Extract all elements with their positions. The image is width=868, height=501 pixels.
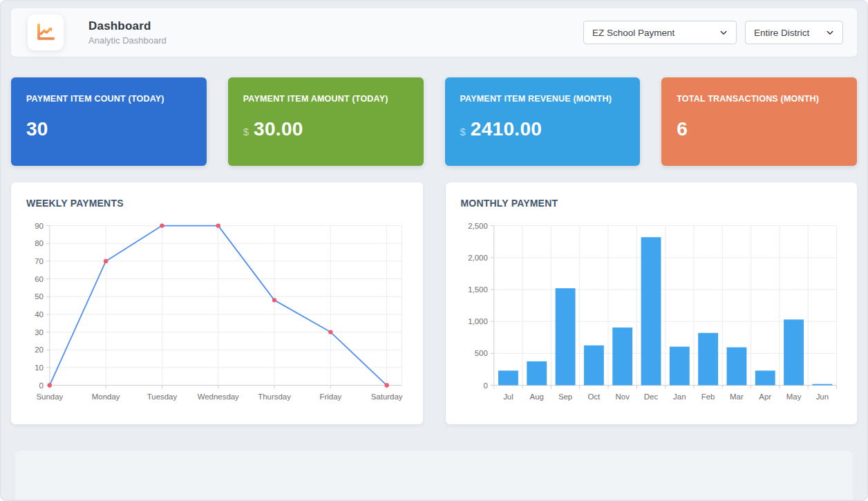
- svg-text:1,000: 1,000: [468, 317, 488, 325]
- svg-text:Thursday: Thursday: [258, 393, 291, 401]
- svg-text:90: 90: [35, 222, 44, 230]
- stat-card-payment-item-revenue: PAYMENT ITEM REVENUE (MONTH) $ 2410.00: [445, 77, 641, 166]
- svg-text:Sep: Sep: [558, 393, 572, 401]
- chevron-down-icon: [826, 28, 834, 37]
- payment-type-select[interactable]: EZ School Payment: [583, 21, 737, 44]
- svg-text:10: 10: [35, 363, 44, 372]
- svg-text:Monday: Monday: [92, 393, 120, 401]
- payment-type-select-value: EZ School Payment: [592, 28, 713, 38]
- page-title: Dashboard: [88, 19, 167, 33]
- svg-text:2,500: 2,500: [468, 222, 488, 230]
- svg-text:Nov: Nov: [615, 393, 630, 401]
- stat-card-payment-item-count: PAYMENT ITEM COUNT (TODAY) 30: [11, 77, 207, 166]
- chart-title: MONTHLY PAYMENT: [461, 198, 842, 209]
- svg-text:70: 70: [35, 257, 44, 265]
- svg-text:Apr: Apr: [759, 393, 771, 401]
- trend-chart-icon: [35, 22, 56, 43]
- svg-text:Tuesday: Tuesday: [147, 393, 178, 401]
- stat-value: 2410.00: [471, 118, 542, 140]
- svg-text:80: 80: [35, 239, 44, 247]
- dashboard-icon-box: [28, 15, 64, 50]
- stat-label: PAYMENT ITEM AMOUNT (TODAY): [243, 94, 408, 104]
- stat-card-payment-item-amount: PAYMENT ITEM AMOUNT (TODAY) $ 30.00: [228, 77, 424, 166]
- weekly-payments-chart[interactable]: 0102030405060708090SundayMondayTuesdayWe…: [26, 216, 408, 417]
- bottom-panel: [15, 451, 853, 501]
- svg-text:May: May: [786, 393, 801, 401]
- svg-text:Mar: Mar: [730, 393, 744, 401]
- svg-text:40: 40: [35, 310, 44, 319]
- svg-text:Feb: Feb: [701, 393, 715, 401]
- svg-text:Sunday: Sunday: [36, 393, 63, 401]
- svg-text:60: 60: [35, 275, 44, 283]
- charts-row: WEEKLY PAYMENTS 0102030405060708090Sunda…: [11, 182, 857, 424]
- district-select[interactable]: Entire District: [745, 21, 843, 44]
- svg-text:500: 500: [474, 349, 487, 357]
- svg-text:1,500: 1,500: [468, 285, 488, 294]
- stat-card-total-transactions: TOTAL TRANSACTIONS (MONTH) 6: [661, 77, 857, 166]
- stat-label: PAYMENT ITEM REVENUE (MONTH): [460, 94, 625, 104]
- svg-text:Jul: Jul: [503, 393, 513, 401]
- svg-text:2,000: 2,000: [468, 254, 488, 262]
- stats-row: PAYMENT ITEM COUNT (TODAY) 30 PAYMENT IT…: [11, 77, 857, 166]
- svg-text:0: 0: [483, 381, 487, 390]
- currency-prefix: $: [243, 126, 249, 138]
- svg-text:Dec: Dec: [643, 393, 658, 401]
- svg-text:Oct: Oct: [587, 393, 601, 401]
- svg-text:Aug: Aug: [529, 393, 543, 401]
- dashboard-page: Dashboard Analytic Dashboard EZ School P…: [0, 0, 868, 501]
- weekly-payments-card: WEEKLY PAYMENTS 0102030405060708090Sunda…: [11, 182, 423, 424]
- svg-text:0: 0: [39, 381, 44, 390]
- currency-prefix: $: [460, 126, 466, 138]
- monthly-payment-card: MONTHLY PAYMENT 05001,0001,5002,0002,500…: [446, 182, 858, 424]
- page-header: Dashboard Analytic Dashboard EZ School P…: [11, 8, 857, 57]
- monthly-payment-chart[interactable]: 05001,0001,5002,0002,500JulAugSepOctNovD…: [461, 216, 842, 417]
- svg-text:Wednesday: Wednesday: [198, 393, 239, 401]
- stat-value: 6: [677, 118, 688, 140]
- page-subtitle: Analytic Dashboard: [88, 35, 167, 46]
- district-select-value: Entire District: [754, 28, 819, 38]
- svg-text:Saturday: Saturday: [371, 393, 403, 401]
- svg-text:50: 50: [35, 292, 44, 301]
- svg-text:Jan: Jan: [673, 393, 686, 401]
- svg-text:30: 30: [35, 328, 44, 337]
- svg-text:20: 20: [35, 346, 44, 354]
- stat-label: TOTAL TRANSACTIONS (MONTH): [677, 94, 842, 104]
- chevron-down-icon: [719, 28, 728, 37]
- svg-text:Friday: Friday: [319, 393, 341, 401]
- stat-label: PAYMENT ITEM COUNT (TODAY): [26, 94, 191, 104]
- chart-title: WEEKLY PAYMENTS: [26, 198, 408, 209]
- svg-text:Jun: Jun: [815, 393, 828, 401]
- stat-value: 30: [26, 118, 48, 140]
- stat-value: 30.00: [254, 118, 303, 140]
